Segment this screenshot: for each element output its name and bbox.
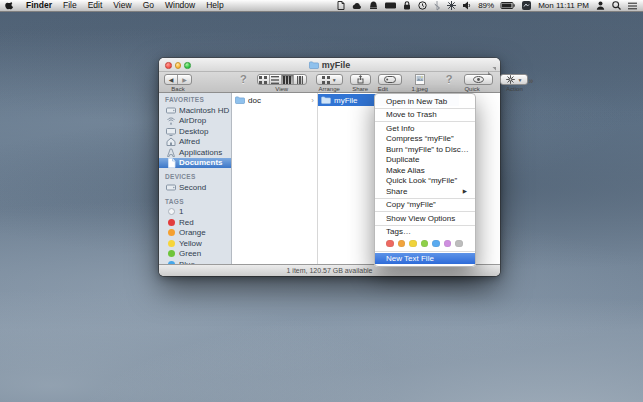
menu-item-get-info[interactable]: Get Info xyxy=(375,123,475,134)
eye-icon xyxy=(473,76,484,83)
gear-icon xyxy=(506,75,515,84)
tag-color-orange[interactable] xyxy=(398,240,406,248)
list-view-button[interactable] xyxy=(270,75,282,84)
menu-separator xyxy=(375,121,475,122)
share-button[interactable]: Share xyxy=(350,74,371,92)
lock-status-icon[interactable] xyxy=(403,1,411,10)
menu-go[interactable]: Go xyxy=(143,0,154,11)
menu-item-tags[interactable]: Tags… xyxy=(375,227,475,238)
menu-tag-colors xyxy=(375,237,475,250)
tag-color-blue[interactable] xyxy=(432,240,440,248)
volume-status-icon[interactable] xyxy=(463,1,471,10)
sidebar-item-desktop[interactable]: Desktop xyxy=(159,126,231,137)
zoom-button[interactable] xyxy=(184,62,191,69)
menu-item-new-text-file[interactable]: New Text File xyxy=(375,253,475,264)
desktop: Finder File Edit View Go Window Help xyxy=(0,0,643,402)
tag-color-yellow[interactable] xyxy=(409,240,417,248)
keyboard-status-icon[interactable] xyxy=(385,2,396,9)
sidebar-tag-blue[interactable]: Blue xyxy=(159,259,231,264)
back-button[interactable]: ◀ xyxy=(165,75,178,84)
user-status-icon[interactable] xyxy=(596,1,605,10)
sidebar-section-tags: TAGS xyxy=(159,197,231,207)
arrange-button[interactable]: ▼ Arrange xyxy=(316,74,343,92)
jpeg-toolbar-item[interactable]: 1.jpeg xyxy=(410,74,430,92)
arrange-icon xyxy=(322,76,330,84)
spotlight-search-icon[interactable] xyxy=(612,1,621,10)
time-machine-status-icon[interactable] xyxy=(447,1,456,10)
menu-edit[interactable]: Edit xyxy=(88,0,103,11)
sidebar-item-macintosh-hd[interactable]: Macintosh HD xyxy=(159,105,231,116)
coverflow-view-button[interactable] xyxy=(294,75,306,84)
sidebar-item-second[interactable]: Second xyxy=(159,182,231,193)
dropdown-caret-icon: ▼ xyxy=(517,77,522,83)
close-button[interactable] xyxy=(165,62,172,69)
tag-color-red[interactable] xyxy=(386,240,394,248)
menu-item-move-to-trash[interactable]: Move to Trash xyxy=(375,110,475,121)
menu-item-compress[interactable]: Compress “myFile” xyxy=(375,134,475,145)
menu-window[interactable]: Window xyxy=(165,0,195,11)
window-title: myFile xyxy=(309,60,351,70)
sidebar-tag-red[interactable]: Red xyxy=(159,217,231,228)
sidebar-item-label: Red xyxy=(179,218,194,227)
sidebar-item-airdrop[interactable]: AirDrop xyxy=(159,116,231,127)
arrange-label: Arrange xyxy=(319,86,340,92)
notification-center-icon[interactable] xyxy=(628,2,637,10)
coverflow-view-icon xyxy=(296,76,304,84)
menu-item-make-alias[interactable]: Make Alias xyxy=(375,165,475,176)
sidebar-section-favorites: FAVORITES xyxy=(159,95,231,105)
column-chevron-icon: › xyxy=(311,96,314,105)
menu-item-share[interactable]: Share ▶ xyxy=(375,186,475,197)
list-view-icon xyxy=(271,76,279,84)
sidebar-item-documents[interactable]: Documents xyxy=(159,158,231,169)
sidebar-tag-1[interactable]: 1 xyxy=(159,207,231,218)
action-button[interactable]: ▼ Action xyxy=(500,74,528,92)
fullscreen-icon[interactable] xyxy=(488,61,496,79)
sidebar-item-label: Applications xyxy=(179,148,222,157)
apple-menu-icon[interactable] xyxy=(6,1,15,11)
battery-icon[interactable] xyxy=(501,2,515,9)
tag-color-gray[interactable] xyxy=(455,240,463,248)
menu-item-copy[interactable]: Copy “myFile” xyxy=(375,200,475,211)
jpeg-label: 1.jpeg xyxy=(412,86,428,92)
menu-app-icon[interactable] xyxy=(522,1,531,10)
battery-percent[interactable]: 89% xyxy=(478,1,494,10)
view-switcher[interactable]: View xyxy=(257,74,307,92)
bell-status-icon[interactable] xyxy=(369,1,378,10)
back-forward-buttons[interactable]: ◀ ▶ Back xyxy=(164,74,192,92)
forward-icon: ▶ xyxy=(182,76,187,83)
menu-view[interactable]: View xyxy=(113,0,131,11)
icon-view-button[interactable] xyxy=(258,75,270,84)
menu-item-duplicate[interactable]: Duplicate xyxy=(375,155,475,166)
minimize-button[interactable] xyxy=(175,62,182,69)
document-status-icon[interactable] xyxy=(337,1,345,10)
column-1[interactable]: doc › xyxy=(232,93,318,264)
sidebar-item-alfred[interactable]: Alfred xyxy=(159,137,231,148)
missing-icon: ? xyxy=(446,74,453,85)
tag-color-green[interactable] xyxy=(421,240,429,248)
clock-status-icon[interactable] xyxy=(418,1,427,10)
menu-item-quick-look[interactable]: Quick Look “myFile” xyxy=(375,176,475,187)
bluetooth-status-icon[interactable] xyxy=(434,1,440,10)
menu-finder[interactable]: Finder xyxy=(26,0,52,11)
sidebar: FAVORITES Macintosh HD AirDrop Desktop A… xyxy=(159,93,232,264)
sidebar-item-applications[interactable]: Applications xyxy=(159,147,231,158)
column-view-button[interactable] xyxy=(282,75,294,84)
sidebar-tag-yellow[interactable]: Yellow xyxy=(159,238,231,249)
sidebar-tag-orange[interactable]: Orange xyxy=(159,228,231,239)
folder-row-doc[interactable]: doc › xyxy=(232,94,317,106)
menu-bar-clock[interactable]: Mon 11:11 PM xyxy=(538,1,589,10)
menu-file[interactable]: File xyxy=(63,0,77,11)
menu-item-show-view-options[interactable]: Show View Options xyxy=(375,213,475,224)
menu-help[interactable]: Help xyxy=(206,0,223,11)
toolbar-overflow-chevron[interactable]: » xyxy=(528,76,533,90)
sidebar-tag-green[interactable]: Green xyxy=(159,249,231,260)
view-label: View xyxy=(275,86,288,92)
cloud-status-icon[interactable] xyxy=(352,2,362,10)
folder-name: doc xyxy=(248,96,261,105)
menu-item-burn-to-disc[interactable]: Burn “myFile” to Disc… xyxy=(375,144,475,155)
title-bar[interactable]: myFile xyxy=(159,58,500,72)
tag-color-purple[interactable] xyxy=(444,240,452,248)
forward-button[interactable]: ▶ xyxy=(178,75,191,84)
menu-item-open-in-new-tab[interactable]: Open in New Tab xyxy=(375,96,475,107)
sidebar-item-label: AirDrop xyxy=(179,116,206,125)
